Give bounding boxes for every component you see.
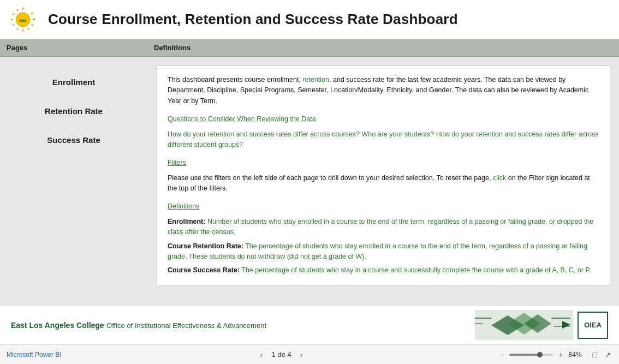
footer-branding: East Los Angeles College Office of Insti… [0, 305, 619, 344]
svg-line-10 [13, 14, 14, 15]
intro-paragraph: This dashboard presents course enrollmen… [168, 75, 599, 106]
zoom-slider-thumb [537, 352, 543, 357]
svg-text:elac: elac [19, 19, 27, 22]
footer-diamond-graphic [475, 310, 573, 340]
intro-text-start: This dashboard presents course enrollmen… [168, 76, 302, 83]
svg-line-7 [17, 28, 18, 29]
filters-paragraph: Please use the filters on the left side … [168, 173, 599, 194]
def-enrollment-bold: Enrollment: [168, 218, 205, 225]
main-area: Pages Enrollment Retention Rate Success … [0, 39, 619, 305]
intro-highlight-retention: retention [302, 76, 329, 83]
logo-area: elac [9, 5, 39, 34]
footer-graphics: OIEA [475, 310, 608, 340]
def-success-bold: Course Success Rate: [168, 266, 240, 274]
page-title: Course Enrollment, Retention and Success… [48, 11, 458, 28]
zoom-slider-fill [509, 354, 538, 356]
def-success-paragraph: Course Success Rate: The percentage of s… [168, 265, 599, 276]
filters-click-text: click [493, 174, 506, 182]
def-success-text: The percentage of students who stay in a… [240, 266, 591, 274]
content-area: Definitions This dashboard presents cour… [147, 39, 619, 305]
bottom-right-controls: - + 84% □ ↗ [502, 349, 612, 360]
footer-college-name: East Los Angeles College [11, 321, 104, 330]
sidebar-item-success-rate[interactable]: Success Rate [0, 126, 147, 154]
definitions-section-link[interactable]: Definitions [168, 201, 599, 212]
def-retention-paragraph: Course Retention Rate: The percentage of… [168, 241, 599, 262]
sidebar: Pages Enrollment Retention Rate Success … [0, 39, 147, 305]
svg-line-1 [31, 12, 33, 14]
zoom-plus[interactable]: + [558, 350, 563, 359]
def-retention-bold: Course Retention Rate: [168, 242, 243, 250]
svg-line-5 [28, 28, 29, 29]
svg-line-11 [17, 9, 18, 10]
oiea-logo: OIEA [578, 312, 608, 339]
page-navigation: ‹ 1 de 4 › [257, 349, 306, 360]
sidebar-items: Enrollment Retention Rate Success Rate [0, 57, 147, 165]
bottom-bar: Microsoft Power BI ‹ 1 de 4 › - + 84% □ … [0, 344, 619, 364]
filters-text-before: Please use the filters on the left side … [168, 174, 493, 182]
questions-link[interactable]: Questions to Consider When Reviewing the… [168, 114, 599, 124]
svg-line-4 [32, 25, 33, 26]
page-prev-button[interactable]: ‹ [257, 349, 266, 360]
sidebar-header: Pages [0, 39, 147, 57]
definitions-box: This dashboard presents course enrollmen… [156, 65, 610, 285]
zoom-percent: 84% [569, 351, 586, 359]
content-body: This dashboard presents course enrollmen… [147, 57, 619, 305]
def-enrollment-text: Number of students who stay enrolled in … [168, 218, 593, 236]
page-header: elac Course Enrollment, Retention and Su… [0, 0, 619, 39]
fit-page-button[interactable]: □ [592, 349, 598, 360]
page-info: 1 de 4 [272, 350, 291, 359]
svg-line-8 [13, 25, 14, 26]
footer-college-info: East Los Angeles College Office of Insti… [11, 320, 266, 330]
footer-office-text: Office of Institutional Effectiveness & … [106, 321, 266, 330]
filters-link[interactable]: Filters [168, 158, 599, 168]
questions-text: How do your retention and success rates … [168, 129, 599, 151]
sidebar-item-enrollment[interactable]: Enrollment [0, 68, 147, 97]
page-next-button[interactable]: › [297, 349, 306, 360]
sidebar-item-retention-rate[interactable]: Retention Rate [0, 97, 147, 126]
def-enrollment-paragraph: Enrollment: Number of students who stay … [168, 217, 599, 238]
zoom-minus[interactable]: - [502, 350, 504, 359]
elac-logo-icon: elac [9, 5, 37, 34]
fullscreen-button[interactable]: ↗ [604, 349, 612, 360]
powerbi-link[interactable]: Microsoft Power BI [7, 351, 62, 359]
zoom-slider[interactable] [509, 354, 553, 356]
content-header: Definitions [147, 39, 619, 57]
